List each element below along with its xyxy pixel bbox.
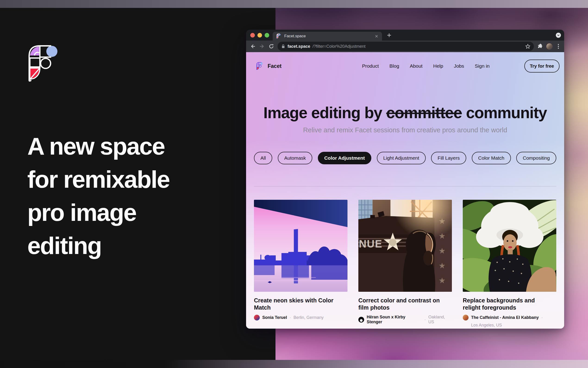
author-avatar[interactable] [463,315,469,321]
facet-favicon-icon [276,34,281,39]
tagline-line: A new space [27,130,169,163]
new-tab-button[interactable] [386,32,392,38]
nav-links: Product Blog About Help Jobs Sign in [362,63,490,69]
tagline-line: for remixable [27,163,169,196]
hero-title-strikethrough: committee [386,104,462,121]
nav-link-signin[interactable]: Sign in [475,63,490,69]
url-bar[interactable]: facet.space /?filter=Color%20Adjustment [278,42,534,51]
card-title[interactable]: Correct color and contrast on film photo… [358,297,446,311]
browser-window: Facet.space fa [246,30,564,329]
author-avatar[interactable] [358,317,364,322]
url-domain: facet.space [288,44,310,49]
filter-pill-automask[interactable]: Automask [278,152,312,164]
section-divider [254,186,556,186]
tab-title: Facet.space [284,34,375,38]
back-arrow-icon[interactable] [250,43,256,49]
hero-title-pre: Image editing by [263,104,382,121]
facet-nav-logo-icon [256,62,265,70]
browser-toolbar: facet.space /?filter=Color%20Adjustment [246,41,564,52]
svg-text:★: ★ [439,276,446,285]
tab-search-button[interactable] [556,33,561,38]
author-name[interactable]: Sonia Teruel [262,315,287,320]
brand-name: Facet [268,63,281,69]
nav-link-product[interactable]: Product [362,63,379,69]
filter-pill-light-adjustment[interactable]: Light Adjustment [377,152,426,164]
card-byline: Sonia Teruel · Berlin, Germany [254,315,347,321]
session-card[interactable]: Create neon skies with Color Match Sonia… [254,200,347,328]
author-name[interactable]: Hēran Soun x Kirby Stenger [367,315,422,324]
forward-arrow-icon[interactable] [259,43,265,49]
site-navbar: Facet Product Blog About Help Jobs Sign … [246,52,564,80]
nav-link-about[interactable]: About [410,63,422,69]
session-cards: Create neon skies with Color Match Sonia… [254,200,556,328]
profile-avatar[interactable] [546,43,553,50]
card-image-neon-skies[interactable] [254,200,347,292]
hero-subtitle: Relive and remix Facet sessions from cre… [246,126,564,134]
lock-icon [281,44,285,49]
filter-pill-compositing[interactable]: Compositing [516,152,556,164]
extensions-puzzle-icon[interactable] [537,43,543,49]
nav-link-jobs[interactable]: Jobs [454,63,464,69]
facet-logo-icon [26,43,65,84]
window-zoom-button[interactable] [265,33,269,37]
browser-tabstrip: Facet.space [246,30,564,41]
filter-pill-fill-layers[interactable]: Fill Layers [431,152,466,164]
card-image-film-photo[interactable]: NUE ★★★ ★★ [358,200,452,292]
author-name[interactable]: The Caffeinist - Amina El Kabbany [471,315,539,320]
reload-icon[interactable] [268,43,274,49]
tagline: A new space for remixable pro image edit… [27,130,169,262]
filter-pill-all[interactable]: All [254,152,272,164]
hero-section: Image editing bycommitteecommunity Reliv… [246,104,564,134]
kebab-menu-icon[interactable] [556,44,561,49]
site-brand[interactable]: Facet [256,62,281,70]
author-location: Berlin, Germany [294,315,324,320]
author-location: Oakland, US [428,315,452,324]
filter-pill-color-match[interactable]: Color Match [472,152,511,164]
image-signage-text: NUE [359,238,382,250]
window-minimize-button[interactable] [257,33,262,37]
separator-dot: · [290,315,291,320]
author-location: Los Angeles, US [463,323,556,328]
card-byline: The Caffeinist - Amina El Kabbany · [463,315,556,321]
author-avatar[interactable] [254,315,260,321]
url-path: /?filter=Color%20Adjustment [313,44,523,49]
separator-dot: · [541,315,543,320]
browser-tab-active[interactable]: Facet.space [273,32,382,41]
svg-text:★: ★ [439,246,446,255]
session-card[interactable]: NUE ★★★ ★★ Correct color an [358,200,452,328]
chevron-down-icon [557,34,560,37]
tagline-line: pro image [27,196,169,229]
filter-pills: All Automask Color Adjustment Light Adju… [254,152,556,164]
tab-close-icon[interactable] [375,35,378,38]
facet-logo-large [26,43,65,85]
session-card[interactable]: Replace backgrounds and relight foregrou… [463,200,556,328]
window-close-button[interactable] [250,33,255,37]
bottom-blur-band [0,360,588,368]
card-title[interactable]: Create neon skies with Color Match [254,297,342,311]
separator-dot: · [424,317,426,322]
filter-pill-color-adjustment[interactable]: Color Adjustment [318,152,371,164]
nav-link-help[interactable]: Help [433,63,443,69]
top-blur-band [0,0,588,8]
hero-title: Image editing bycommitteecommunity [246,104,564,122]
try-for-free-button[interactable]: Try for free [524,60,560,73]
hero-title-post: community [466,104,547,121]
card-byline: Hēran Soun x Kirby Stenger · Oakland, US [358,315,452,324]
nav-link-blog[interactable]: Blog [389,63,399,69]
tagline-line: editing [27,229,169,262]
svg-text:★: ★ [439,261,446,270]
bookmark-star-icon[interactable] [525,44,531,49]
facet-page: Facet Product Blog About Help Jobs Sign … [246,52,564,329]
card-title[interactable]: Replace backgrounds and relight foregrou… [463,297,550,311]
card-image-jungle-portrait[interactable] [463,200,556,292]
